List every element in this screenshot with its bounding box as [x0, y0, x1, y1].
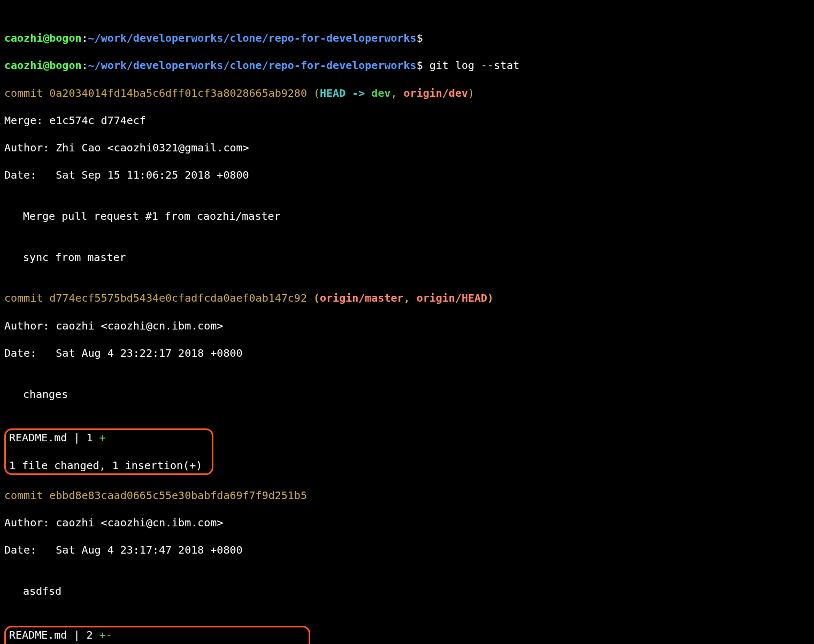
- date-line: Date: Sat Aug 4 23:17:47 2018 +0800: [4, 543, 810, 557]
- author-line: Author: caozhi <caozhi@cn.ibm.com>: [4, 319, 810, 333]
- commit-line: commit d774ecf5575bd5434e0cfadfcda0aef0a…: [4, 292, 810, 305]
- author-line: Author: Zhi Cao <caozhi0321@gmail.com>: [4, 141, 810, 155]
- author-line: Author: caozhi <caozhi@cn.ibm.com>: [4, 516, 810, 530]
- commit-line: commit 0a2034014fd14ba5c6dff01cf3a802866…: [4, 87, 810, 101]
- commit-line: commit ebbd8e83caad0665c55e30babfda69f7f…: [4, 489, 810, 503]
- plus-icon: +: [99, 628, 106, 641]
- diffstat-highlight-box: README.md | 1 + 1 file changed, 1 insert…: [4, 428, 213, 475]
- command: git log --stat: [423, 59, 520, 72]
- prompt-user: caozhi@bogon: [4, 32, 82, 44]
- terminal-output: caozhi@bogon:~/work/developerworks/clone…: [4, 32, 810, 644]
- merge-line: Merge: e1c574c d774ecf: [4, 114, 810, 128]
- minus-icon: -: [106, 628, 112, 641]
- prompt-user: caozhi@bogon: [4, 59, 82, 72]
- plus-icon: +: [99, 431, 106, 444]
- prompt-path: ~/work/developerworks/clone/repo-for-dev…: [88, 59, 417, 72]
- diffstat-highlight-box: README.md | 2 +- 1 file changed, 1 inser…: [4, 626, 310, 644]
- date-line: Date: Sat Sep 15 11:06:25 2018 +0800: [4, 168, 810, 182]
- date-line: Date: Sat Aug 4 23:22:17 2018 +0800: [4, 347, 810, 361]
- prompt-path: ~/work/developerworks/clone/repo-for-dev…: [88, 32, 417, 44]
